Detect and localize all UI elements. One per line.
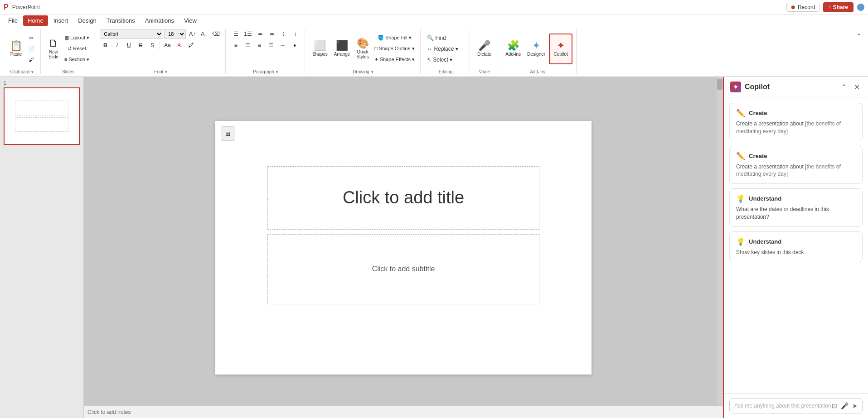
main-area: 1 ⊞ Click to add title Click to add subt… [0,77,868,418]
format-painter-button[interactable]: 🖌 [26,55,37,65]
indent-less-button[interactable]: ⬅ [255,29,266,39]
highlight-button[interactable]: 🖍 [185,40,196,50]
user-avatar[interactable] [857,4,864,11]
copilot-image-button[interactable]: ⊡ [832,402,837,409]
bullet-list-button[interactable]: ☰ [230,29,241,39]
convert-smartart-button[interactable]: ♦ [289,40,300,50]
cols-button[interactable]: ⫶ [278,29,289,39]
menu-item-transitions[interactable]: Transitions [102,15,140,26]
copilot-card-create-2[interactable]: ✏️ Create Create a presentation about [t… [729,146,863,184]
slide-canvas[interactable]: ⊞ Click to add title Click to add subtit… [215,121,592,375]
number-list-button[interactable]: 1☰ [242,29,254,39]
italic-button[interactable]: I [112,40,122,50]
add-ins-button[interactable]: 🧩 Add-ins [503,35,524,62]
copilot-card-understand-2[interactable]: 💡 Understand Show key slides in this dec… [729,231,863,262]
copilot-mic-button[interactable]: 🎤 [841,402,849,409]
app-icon: P [4,3,9,11]
card-title-create-2: Create [749,153,767,159]
font-label: Font ▾ [100,68,222,74]
arrange-label: Arrange [334,52,350,57]
ribbon-group-voice: 🎤 Dictate Voice [471,29,498,74]
menu-item-insert[interactable]: Insert [49,15,73,26]
clear-format-button[interactable]: ⌫ [210,29,222,39]
share-button[interactable]: ↑ Share [823,2,853,12]
ribbon-group-editing: 🔍 Find ↔ Replace ▾ ↖ Select ▾ Editing [422,29,470,74]
card-title-create-1: Create [749,110,767,116]
vertical-scrollbar[interactable] [717,77,723,405]
ribbon-collapse-button[interactable]: ⌃ [853,31,864,41]
font-color-button[interactable]: A [174,40,184,50]
align-left-button[interactable]: ≡ [230,40,241,50]
font-family-select[interactable]: Calibri [100,29,163,39]
reset-button[interactable]: ↺ Reset [63,44,91,54]
menu-item-view[interactable]: View [179,15,201,26]
menu-item-home[interactable]: Home [23,15,48,26]
copy-button[interactable]: 📄 [26,44,37,54]
align-center-button[interactable]: ☰ [242,40,253,50]
underline-button[interactable]: U [123,40,134,50]
menu-item-design[interactable]: Design [73,15,101,26]
arrange-button[interactable]: ⬛ Arrange [331,35,353,62]
text-direction-button[interactable]: ↔ [277,40,288,50]
copilot-ribbon-label: Copilot [554,52,568,57]
copilot-input-placeholder[interactable]: Ask me anything about this presentation [734,403,832,409]
notes-bar[interactable]: Click to add notes [84,405,723,418]
ribbon-content: 📋 Paste ✂ 📄 🖌 Clipboard ▾ 🗋 NewSlide [0,27,868,76]
slide-thumbnail[interactable] [4,87,80,145]
find-button[interactable]: 🔍 Find [425,33,466,43]
record-button[interactable]: ⏺ Record [786,3,820,12]
copilot-logo-icon: ✦ [733,83,738,91]
editing-btns: 🔍 Find ↔ Replace ▾ ↖ Select ▾ [425,33,466,65]
copilot-collapse-button[interactable]: ⌃ [839,82,849,92]
layout-button[interactable]: ▦ Layout ▾ [63,33,91,43]
copilot-header-buttons: ⌃ ✕ [839,82,862,92]
slide-subtitle-area[interactable]: Click to add subtitle [267,234,539,304]
align-justify-button[interactable]: ☰ [266,40,276,50]
line-spacing-button[interactable]: ↕ [290,29,301,39]
paste-button[interactable]: 📋 Paste [7,35,25,62]
designer-icon: ✦ [532,41,540,51]
font-size-select[interactable]: 18 [164,29,186,39]
strikethrough-button[interactable]: S [135,40,146,50]
shape-fill-button[interactable]: 🪣 Shape Fill ▾ [373,33,417,43]
dictate-icon: 🎤 [478,41,490,51]
quick-styles-button[interactable]: 🎨 QuickStyles [354,35,371,62]
slide-icon-button[interactable]: ⊞ [221,126,235,141]
slide-title-area[interactable]: Click to add title [267,166,539,230]
select-button[interactable]: ↖ Select ▾ [425,55,466,65]
copilot-close-button[interactable]: ✕ [852,82,862,92]
replace-button[interactable]: ↔ Replace ▾ [425,44,466,54]
copilot-card-understand-1[interactable]: 💡 Understand What are the dates or deadl… [729,188,863,227]
menu-item-file[interactable]: File [4,15,22,26]
shape-outline-button[interactable]: □ Shape Outline ▾ [373,44,417,54]
card-desc-bracket-1: [the benefits of meditating every day] [736,120,841,135]
ribbon-group-drawing: ⬜ Shapes ⬛ Arrange 🎨 QuickStyles 🪣 Shape… [306,29,421,74]
slide-number: 1 [4,81,80,86]
font-size-down-button[interactable]: A↓ [199,29,209,39]
dictate-label: Dictate [477,52,491,57]
copilot-send-button[interactable]: ➤ [852,402,858,409]
bold-button[interactable]: B [100,40,111,50]
shadow-button[interactable]: S [147,40,158,50]
dictate-button[interactable]: 🎤 Dictate [475,35,494,62]
align-right-button[interactable]: ≡ [254,40,265,50]
scrollbar-thumb[interactable] [717,79,723,90]
indent-more-button[interactable]: ➡ [267,29,277,39]
text-case-button[interactable]: Aa [162,40,173,50]
shapes-label: Shapes [312,52,328,57]
cut-button[interactable]: ✂ [26,33,37,43]
font-items: Calibri 18 A↑ A↓ ⌫ B I U S S Aa [100,29,222,68]
copilot-ribbon-button[interactable]: ✦ Copilot [549,34,572,64]
copilot-input-buttons: ⊡ 🎤 ➤ [832,402,858,409]
new-slide-button[interactable]: 🗋 NewSlide [45,35,62,62]
section-button[interactable]: ≡ Section ▾ [63,55,91,65]
thumb-title-area [15,101,68,115]
menu-item-animations[interactable]: Animations [141,15,179,26]
shapes-button[interactable]: ⬜ Shapes [310,35,330,62]
clipboard-items: 📋 Paste ✂ 📄 🖌 [7,29,37,68]
copilot-input-area: Ask me anything about this presentation … [729,398,863,413]
designer-button[interactable]: ✦ Designer [524,35,548,62]
copilot-card-create-1[interactable]: ✏️ Create Create a presentation about [t… [729,103,863,141]
shape-effects-button[interactable]: ✦ Shape Effects ▾ [373,55,417,65]
font-size-up-button[interactable]: A↑ [187,29,198,39]
